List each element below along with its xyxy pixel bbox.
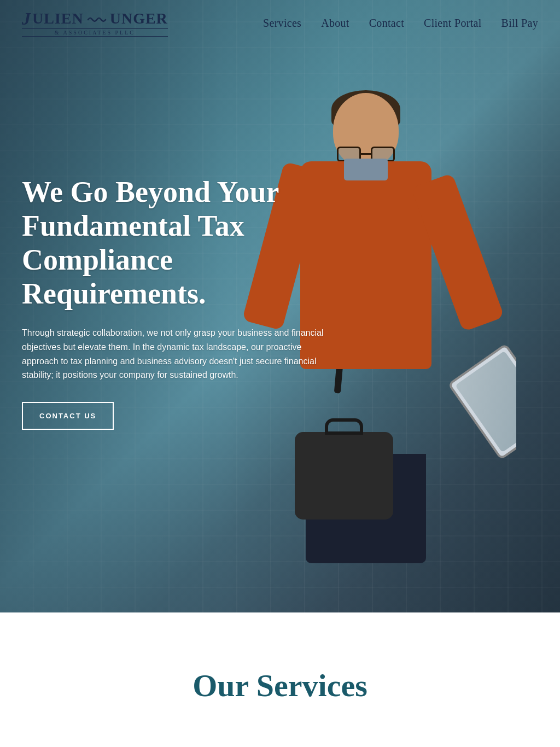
nav-bill-pay[interactable]: Bill Pay: [501, 17, 538, 30]
services-section: Our Services: [0, 612, 560, 747]
logo-name1: ULIEN: [32, 11, 84, 26]
logo-j: J: [22, 10, 31, 27]
site-header: J ULIEN UNGER & ASSOCIATES PLLC Services…: [0, 0, 560, 46]
hero-headline: We Go Beyond Your Fundamental Tax Compli…: [22, 175, 361, 311]
nav-client-portal[interactable]: Client Portal: [424, 17, 482, 30]
hero-subtext: Through strategic collaboration, we not …: [22, 326, 339, 382]
contact-us-button[interactable]: CONTACT US: [22, 402, 114, 430]
logo-subtitle: & ASSOCIATES PLLC: [22, 28, 168, 37]
nav-services[interactable]: Services: [263, 17, 301, 30]
services-title: Our Services: [192, 667, 367, 704]
nav-contact[interactable]: Contact: [369, 17, 404, 30]
hero-section: We Go Beyond Your Fundamental Tax Compli…: [0, 0, 560, 612]
person-bag: [295, 432, 393, 520]
nav-about[interactable]: About: [321, 17, 349, 30]
hero-content: We Go Beyond Your Fundamental Tax Compli…: [22, 175, 361, 430]
person-head: [333, 93, 399, 167]
main-nav: Services About Contact Client Portal Bil…: [263, 17, 538, 30]
person-tablet: [447, 343, 516, 460]
logo[interactable]: J ULIEN UNGER & ASSOCIATES PLLC: [22, 10, 168, 37]
logo-wave-icon: [87, 15, 107, 24]
tablet-screen: [455, 351, 516, 453]
logo-name2: UNGER: [110, 11, 168, 26]
glasses-bridge: [361, 153, 371, 155]
logo-wordmark: J ULIEN UNGER: [22, 10, 168, 27]
